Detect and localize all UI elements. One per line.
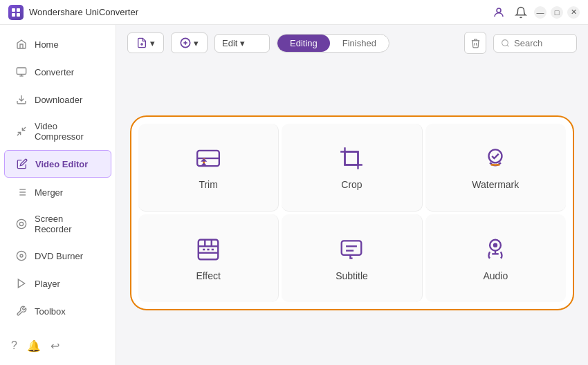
sidebar-item-dvd-burner[interactable]: DVD Burner bbox=[4, 243, 111, 269]
toolbox-icon bbox=[15, 305, 28, 317]
trash-button[interactable] bbox=[464, 32, 486, 54]
crop-label: Crop bbox=[341, 179, 362, 190]
watermark-label: Watermark bbox=[472, 179, 519, 190]
subtitle-label: Subtitle bbox=[336, 270, 368, 281]
audio-label: Audio bbox=[483, 270, 508, 281]
trim-label: Trim bbox=[199, 179, 217, 190]
search-box bbox=[493, 34, 577, 53]
tab-finished[interactable]: Finished bbox=[330, 35, 389, 52]
svg-rect-34 bbox=[345, 152, 358, 165]
subtitle-tile[interactable]: Subtitle bbox=[282, 214, 422, 302]
search-input[interactable] bbox=[514, 38, 569, 48]
sidebar-label-downloader: Downloader bbox=[35, 95, 82, 105]
sidebar-item-home[interactable]: Home bbox=[4, 31, 111, 57]
svg-rect-2 bbox=[12, 13, 15, 17]
tab-editing[interactable]: Editing bbox=[277, 35, 330, 52]
player-icon bbox=[15, 277, 28, 290]
sidebar-item-player[interactable]: Player bbox=[4, 270, 111, 297]
titlebar-left: Wondershare UniConverter bbox=[8, 5, 138, 20]
effect-tile[interactable]: Effect bbox=[138, 214, 279, 302]
audio-tile[interactable]: Audio bbox=[425, 214, 566, 302]
app-icon bbox=[8, 5, 24, 20]
svg-point-17 bbox=[17, 219, 26, 228]
editing-grid-wrapper: Trim Crop bbox=[130, 115, 574, 310]
merger-icon bbox=[15, 186, 28, 198]
sidebar-item-downloader[interactable]: Downloader bbox=[4, 86, 111, 113]
sidebar-item-converter[interactable]: Converter bbox=[4, 59, 111, 85]
crop-tile[interactable]: Crop bbox=[282, 124, 422, 212]
bell-icon[interactable]: 🔔 bbox=[27, 339, 41, 353]
svg-marker-33 bbox=[201, 162, 208, 166]
trim-tile[interactable]: Trim bbox=[138, 124, 279, 212]
svg-rect-1 bbox=[17, 8, 20, 12]
sidebar-label-toolbox: Toolbox bbox=[35, 306, 66, 317]
subtitle-icon bbox=[338, 236, 365, 263]
sidebar-item-video-compressor[interactable]: Video Compressor bbox=[4, 114, 111, 149]
edit-icon bbox=[16, 158, 28, 170]
converter-icon bbox=[15, 66, 28, 78]
notification-icon-btn[interactable] bbox=[512, 3, 530, 21]
close-button[interactable]: ✕ bbox=[567, 6, 580, 19]
toolbar: ▾ ▾ Edit ▾ Editing Finished bbox=[116, 25, 588, 61]
minimize-button[interactable]: — bbox=[534, 6, 546, 19]
dropdown-arrow-icon: ▾ bbox=[240, 38, 245, 48]
sidebar-label-video-editor: Video Editor bbox=[35, 159, 88, 169]
maximize-button[interactable]: □ bbox=[551, 6, 563, 19]
svg-point-4 bbox=[497, 8, 501, 12]
svg-point-18 bbox=[19, 222, 23, 225]
audio-icon bbox=[481, 236, 509, 263]
sidebar: Home Converter Downloader Video Compress… bbox=[0, 25, 116, 365]
sidebar-item-merger[interactable]: Merger bbox=[4, 179, 111, 205]
add-files-button[interactable]: ▾ bbox=[127, 32, 164, 53]
titlebar-right-icons: — □ ✕ bbox=[490, 3, 580, 21]
svg-rect-3 bbox=[17, 13, 20, 17]
svg-line-28 bbox=[507, 45, 508, 46]
help-icon[interactable]: ? bbox=[11, 339, 17, 353]
effect-icon bbox=[194, 236, 222, 263]
svg-marker-21 bbox=[18, 279, 24, 288]
sidebar-label-player: Player bbox=[35, 279, 60, 289]
trim-icon bbox=[194, 144, 222, 172]
svg-rect-41 bbox=[342, 241, 362, 255]
feedback-icon[interactable]: ↩ bbox=[50, 339, 59, 353]
add-files-label: ▾ bbox=[150, 38, 155, 48]
sidebar-item-screen-recorder[interactable]: Screen Recorder bbox=[4, 207, 111, 241]
sidebar-label-home: Home bbox=[35, 39, 59, 50]
app-title: Wondershare UniConverter bbox=[29, 7, 138, 17]
home-icon bbox=[15, 38, 28, 50]
add-label: ▾ bbox=[194, 38, 199, 48]
svg-point-19 bbox=[17, 251, 26, 260]
svg-point-27 bbox=[502, 39, 508, 46]
sidebar-label-video-compressor: Video Compressor bbox=[35, 121, 100, 142]
compress-icon bbox=[15, 125, 28, 138]
edit-dropdown-label: Edit bbox=[222, 38, 237, 48]
editing-panel: Trim Crop bbox=[116, 61, 588, 365]
edit-dropdown[interactable]: Edit ▾ bbox=[214, 34, 270, 53]
watermark-icon bbox=[481, 144, 509, 172]
dvd-icon bbox=[15, 250, 28, 262]
user-icon-btn[interactable] bbox=[490, 3, 508, 21]
watermark-tile[interactable]: Watermark bbox=[425, 124, 566, 212]
svg-point-20 bbox=[20, 254, 23, 257]
content-area: ▾ ▾ Edit ▾ Editing Finished bbox=[116, 25, 588, 365]
svg-line-9 bbox=[17, 132, 21, 135]
tab-group: Editing Finished bbox=[277, 34, 389, 53]
svg-rect-5 bbox=[17, 68, 26, 74]
crop-icon bbox=[338, 144, 365, 172]
sidebar-item-toolbox[interactable]: Toolbox bbox=[4, 298, 111, 324]
sidebar-item-video-editor[interactable]: Video Editor bbox=[4, 150, 111, 178]
effect-label: Effect bbox=[196, 270, 221, 281]
sidebar-label-converter: Converter bbox=[35, 67, 74, 77]
main-layout: Home Converter Downloader Video Compress… bbox=[0, 25, 588, 365]
svg-point-45 bbox=[493, 243, 497, 247]
sidebar-label-screen-recorder: Screen Recorder bbox=[35, 214, 100, 234]
sidebar-label-dvd-burner: DVD Burner bbox=[35, 251, 83, 261]
svg-rect-0 bbox=[12, 8, 15, 12]
sidebar-label-merger: Merger bbox=[35, 187, 63, 198]
svg-line-10 bbox=[22, 127, 26, 131]
sidebar-footer: ? 🔔 ↩ bbox=[0, 333, 116, 359]
downloader-icon bbox=[15, 93, 28, 106]
titlebar: Wondershare UniConverter — □ ✕ bbox=[0, 0, 588, 25]
add-button[interactable]: ▾ bbox=[171, 32, 208, 53]
editing-grid: Trim Crop bbox=[138, 124, 566, 302]
